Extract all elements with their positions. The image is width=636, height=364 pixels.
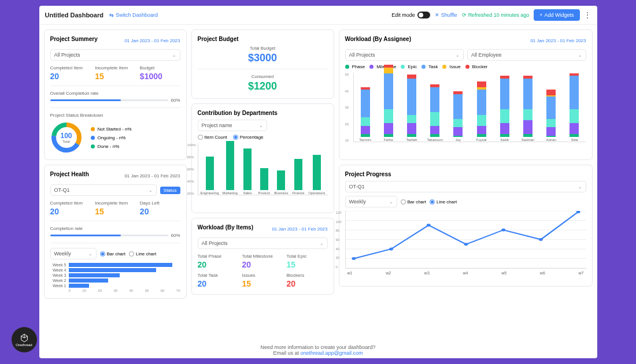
select-value: All Projects — [349, 52, 375, 58]
add-label: Add Widgets — [544, 12, 574, 18]
h-days-value: 20 — [140, 207, 180, 216]
completed-label: Completed Item — [50, 65, 91, 70]
legend-item: Issue — [442, 64, 460, 69]
wa-title: Workload (By Assignee) — [345, 36, 411, 42]
chevron-down-icon: ⌄ — [389, 199, 393, 205]
health-bar-radio[interactable]: Bar chart — [100, 251, 125, 257]
legend-item: Done - n% — [91, 144, 132, 149]
health-bar-chart: Week 5Week 4Week 3Week 2Week 10102030405… — [50, 263, 180, 292]
select-value: Project name — [202, 122, 232, 128]
consumed-value: $1200 — [198, 80, 328, 92]
chevron-down-icon: ⌄ — [259, 123, 263, 128]
percentage-radio[interactable]: Percentage — [233, 135, 264, 140]
milestone-value: 20 — [242, 260, 283, 269]
contribution-title: Contribution by Departments — [198, 110, 328, 116]
wi-select[interactable]: All Projects⌄ — [198, 237, 328, 249]
select-value: OT-Q1 — [54, 187, 70, 193]
health-project-select[interactable]: OT-Q1⌄ — [50, 184, 157, 196]
more-menu-button[interactable]: ⋮ — [583, 10, 591, 20]
consumed-label: Consumed — [198, 74, 328, 79]
health-line-radio[interactable]: Line chart — [129, 251, 156, 257]
chevron-down-icon: ⌄ — [88, 251, 93, 257]
donut-total: 100 — [60, 132, 72, 140]
issues-value: 15 — [242, 279, 283, 288]
edit-mode-label: Edit mode — [391, 12, 415, 18]
budget-label: Budget — [140, 65, 180, 70]
contribution-select[interactable]: Project name⌄ — [198, 120, 267, 131]
wa-project-select[interactable]: All Projects⌄ — [345, 49, 464, 61]
svg-point-12 — [426, 224, 430, 226]
completed-value: 20 — [50, 72, 91, 81]
project-progress-card: Project Progress OT-Q1⌄ Weekly⌄ Bar char… — [339, 165, 593, 287]
health-date: 01 Jan 2023 - 01 Feb 2023 — [124, 173, 180, 179]
add-widgets-button[interactable]: + Add Widgets — [534, 9, 579, 21]
incomplete-value: 15 — [95, 72, 135, 81]
wa-employee-select[interactable]: All Employee⌄ — [467, 49, 586, 61]
summary-project-select[interactable]: All Projects ⌄ — [50, 49, 180, 61]
refresh-status[interactable]: ⟳ Refreshed 10 minutes ago — [462, 12, 530, 18]
h-days-label: Days Left — [140, 200, 180, 206]
footer-line2-pre: Email us at — [273, 350, 300, 356]
edit-mode-toggle[interactable]: Edit mode — [391, 12, 430, 18]
legend-item: Blocker — [465, 64, 488, 69]
page-title: Untitled Dashboard — [45, 12, 103, 18]
blockers-value: 20 — [287, 279, 328, 288]
progress-line-radio[interactable]: Line chart — [430, 199, 457, 205]
donut-label: Total — [60, 140, 72, 143]
h-completed-label: Completed Item — [50, 200, 91, 206]
project-health-card: Project Health 01 Jan 2023 - 01 Feb 2023… — [44, 165, 187, 299]
refresh-label: Refreshed 10 minutes ago — [468, 12, 530, 18]
health-period-select[interactable]: Weekly⌄ — [50, 248, 97, 259]
legend-item: Phase — [345, 64, 365, 69]
task-value: 20 — [198, 279, 239, 288]
epic-value: 15 — [287, 260, 328, 269]
summary-title: Project Summery — [50, 36, 98, 42]
logo-text: Onethread — [16, 343, 32, 347]
svg-point-13 — [464, 243, 468, 246]
progress-bar-radio[interactable]: Bar chart — [401, 199, 426, 205]
legend-item: Epic — [401, 64, 417, 69]
radio-label: Percentage — [240, 135, 264, 140]
summary-date: 01 Jan 2023 - 01 Feb 2023 — [124, 38, 180, 43]
breakdown-label: Project Status Breakdown — [50, 113, 180, 118]
overall-pct: 60% — [171, 98, 180, 103]
phase-label: Total Phase — [198, 254, 239, 259]
total-budget-value: $3000 — [198, 52, 328, 64]
item-count-radio[interactable]: Item Count — [198, 135, 227, 140]
progress-period-select[interactable]: Weekly⌄ — [345, 196, 397, 207]
blockers-label: Blockers — [287, 273, 328, 278]
shuffle-button[interactable]: ✕ Shuffle — [435, 12, 457, 18]
shuffle-label: Shuffle — [441, 12, 457, 18]
health-title: Project Health — [50, 171, 89, 177]
h-completed-value: 20 — [50, 207, 91, 216]
phase-value: 20 — [198, 260, 239, 269]
chevron-down-icon: ⌄ — [320, 241, 324, 246]
overall-label: Overall Completion rate — [50, 91, 180, 96]
legend-item: Task — [421, 64, 438, 69]
plus-icon: + — [539, 12, 542, 18]
progress-project-select[interactable]: OT-Q1⌄ — [345, 181, 586, 192]
status-badge[interactable]: Status — [160, 187, 180, 194]
chevron-down-icon: ⌄ — [578, 184, 582, 190]
switch-dashboard-button[interactable]: ⇆ Switch Dashboard — [109, 12, 158, 18]
switch-label: Switch Dashboard — [116, 12, 158, 18]
select-value: All Projects — [202, 240, 228, 246]
select-value: Weekly — [349, 199, 366, 205]
h-incomplete-value: 15 — [95, 207, 135, 216]
incomplete-label: Incomplete Item — [95, 65, 135, 70]
radio-label: Item Count — [205, 135, 227, 140]
h-incomplete-label: Incomplete Item — [95, 200, 135, 206]
footer-email-link[interactable]: onethread.app@gmail.com — [300, 350, 363, 356]
select-value: All Employee — [471, 52, 502, 58]
switch-icon: ⇆ — [109, 12, 114, 18]
issues-label: Issues — [242, 273, 283, 278]
project-budget-card: Project Budget Total Budget $3000 Consum… — [191, 29, 334, 99]
contribution-chart: 100%80%60%40%20% EngineeringMarketingSal… — [198, 143, 328, 207]
h-rate-pct: 60% — [171, 233, 180, 238]
task-label: Total Task — [198, 273, 239, 278]
radio-label: Line chart — [437, 199, 457, 205]
onethread-logo[interactable]: Onethread — [12, 327, 37, 352]
refresh-icon: ⟳ — [462, 12, 467, 18]
footer-line1: Need more information to create your das… — [39, 344, 597, 350]
workload-stacked-chart: 5040302010 TazmimFarhaTasfiahTabassumJoy… — [345, 73, 586, 154]
